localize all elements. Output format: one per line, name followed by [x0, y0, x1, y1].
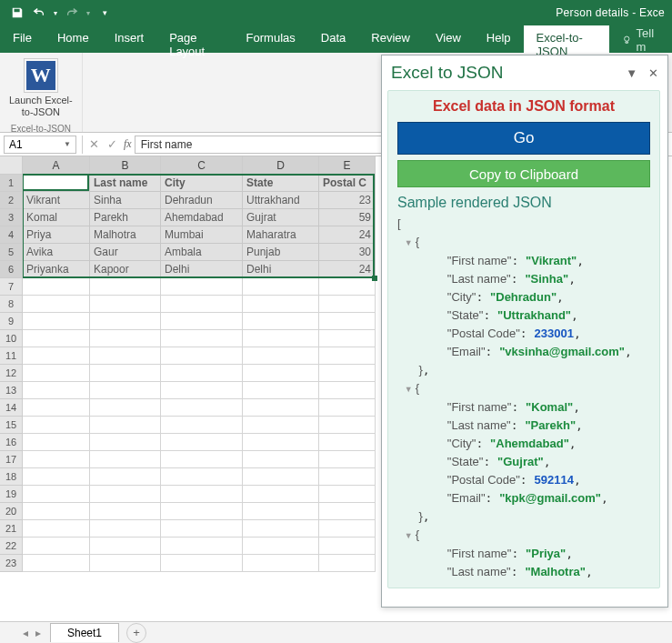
cell[interactable] [319, 486, 376, 503]
cell[interactable] [243, 313, 319, 330]
cell[interactable] [90, 399, 161, 417]
column-header[interactable]: A [23, 156, 90, 175]
tab-home[interactable]: Home [45, 25, 102, 53]
cell[interactable] [243, 417, 319, 434]
tab-page-layout[interactable]: Page Layout [156, 25, 233, 53]
cell[interactable] [161, 486, 243, 503]
row-header[interactable]: 10 [0, 330, 23, 347]
row-header[interactable]: 22 [0, 538, 23, 555]
copy-button[interactable]: Copy to Clipboard [397, 160, 650, 187]
cell[interactable] [90, 503, 161, 520]
cell[interactable] [161, 313, 243, 330]
cell[interactable] [90, 313, 161, 330]
cell[interactable] [161, 296, 243, 313]
cell[interactable] [90, 538, 161, 555]
cell[interactable] [161, 278, 243, 296]
cell[interactable]: 24 [319, 226, 376, 244]
undo-icon[interactable] [29, 3, 49, 23]
cell[interactable] [319, 330, 376, 347]
cell[interactable] [319, 468, 376, 486]
cell[interactable] [161, 365, 243, 382]
cell[interactable]: Komal [23, 209, 90, 226]
cell[interactable] [23, 296, 90, 313]
formula-cancel-icon[interactable]: ✕ [85, 137, 103, 151]
row-header[interactable]: 6 [0, 261, 23, 278]
cell[interactable] [319, 520, 376, 538]
cell[interactable] [243, 520, 319, 538]
cell[interactable]: Dehradun [161, 192, 243, 209]
cell[interactable]: 59 [319, 209, 376, 226]
cell[interactable]: Last name [90, 175, 161, 192]
select-all-corner[interactable] [0, 156, 23, 175]
cell[interactable] [243, 451, 319, 468]
cell[interactable]: State [243, 175, 319, 192]
cell[interactable] [90, 278, 161, 296]
row-header[interactable]: 18 [0, 468, 23, 486]
cell[interactable] [90, 486, 161, 503]
cell[interactable] [161, 555, 243, 572]
cell[interactable] [23, 434, 90, 451]
row-header[interactable]: 14 [0, 399, 23, 417]
cell[interactable] [319, 417, 376, 434]
cell[interactable] [161, 347, 243, 365]
cell[interactable] [23, 382, 90, 399]
column-header[interactable]: D [243, 156, 319, 175]
cell[interactable] [319, 434, 376, 451]
cell[interactable] [90, 296, 161, 313]
cell[interactable] [90, 468, 161, 486]
cell[interactable]: Vikrant [23, 192, 90, 209]
cell[interactable] [319, 555, 376, 572]
cell[interactable]: Mumbai [161, 226, 243, 244]
cell[interactable] [243, 538, 319, 555]
cell[interactable] [90, 451, 161, 468]
row-header[interactable]: 12 [0, 365, 23, 382]
cell[interactable] [319, 503, 376, 520]
cell[interactable]: Kapoor [90, 261, 161, 278]
undo-dropdown-icon[interactable]: ▾ [51, 3, 60, 23]
cell[interactable] [319, 347, 376, 365]
cell[interactable] [243, 468, 319, 486]
cell[interactable] [243, 486, 319, 503]
cell[interactable] [319, 382, 376, 399]
cell[interactable] [319, 399, 376, 417]
cell[interactable]: 30 [319, 244, 376, 261]
cell[interactable] [23, 503, 90, 520]
cell[interactable] [23, 417, 90, 434]
cell[interactable] [161, 451, 243, 468]
row-header[interactable]: 21 [0, 520, 23, 538]
cell[interactable] [23, 313, 90, 330]
tab-formulas[interactable]: Formulas [234, 25, 308, 53]
cell[interactable]: Parekh [90, 209, 161, 226]
cell[interactable] [243, 434, 319, 451]
cell[interactable]: Postal C [319, 175, 376, 192]
cell[interactable]: Malhotra [90, 226, 161, 244]
row-header[interactable]: 8 [0, 296, 23, 313]
cell[interactable]: Punjab [243, 244, 319, 261]
cell[interactable] [23, 451, 90, 468]
tab-excel-to-json[interactable]: Excel-to-JSON [524, 25, 609, 53]
tab-help[interactable]: Help [474, 25, 524, 53]
cell[interactable] [161, 399, 243, 417]
pane-menu-icon[interactable]: ▼ [626, 66, 637, 80]
cell[interactable]: Delhi [161, 261, 243, 278]
cell[interactable] [90, 417, 161, 434]
qat-customize-icon[interactable]: ▾ [95, 3, 115, 23]
cell[interactable] [90, 347, 161, 365]
row-header[interactable]: 5 [0, 244, 23, 261]
row-header[interactable]: 20 [0, 503, 23, 520]
sheet-tab[interactable]: Sheet1 [50, 623, 119, 642]
formula-enter-icon[interactable]: ✓ [103, 137, 121, 151]
cell[interactable] [161, 434, 243, 451]
cell[interactable]: 24 [319, 261, 376, 278]
cell[interactable] [243, 365, 319, 382]
tab-insert[interactable]: Insert [102, 25, 157, 53]
cell[interactable]: Gujrat [243, 209, 319, 226]
cell[interactable] [161, 503, 243, 520]
redo-icon[interactable] [62, 3, 82, 23]
cell[interactable]: City [161, 175, 243, 192]
cell[interactable] [23, 330, 90, 347]
cell[interactable] [243, 296, 319, 313]
tab-view[interactable]: View [423, 25, 474, 53]
row-header[interactable]: 4 [0, 226, 23, 244]
cell[interactable] [161, 330, 243, 347]
